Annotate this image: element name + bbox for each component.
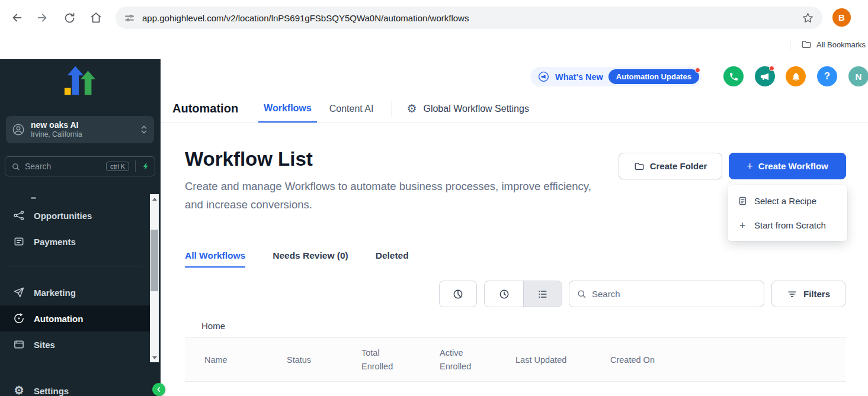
menu-item-label: Select a Recipe: [754, 196, 816, 206]
history-view-button[interactable]: [485, 281, 523, 307]
menu-item-start-from-scratch[interactable]: + Start from Scratch: [728, 213, 847, 237]
announcements-button[interactable]: [755, 66, 775, 86]
megaphone-icon: [760, 72, 770, 82]
global-workflow-settings-label: Global Workflow Settings: [423, 104, 529, 114]
search-icon: [11, 162, 20, 171]
create-workflow-button[interactable]: + Create Workflow: [729, 153, 846, 179]
forward-button[interactable]: [34, 10, 50, 25]
notification-dot: [695, 67, 700, 73]
create-folder-button[interactable]: Create Folder: [619, 153, 722, 179]
tab-content-ai[interactable]: Content AI: [324, 95, 379, 123]
list-view-button[interactable]: [523, 281, 562, 307]
filters-label: Filters: [803, 289, 830, 299]
chart-view-button[interactable]: [439, 281, 477, 307]
settings-gear-icon: ⚙: [13, 385, 25, 396]
bookmark-star-icon[interactable]: [802, 12, 814, 24]
column-header-last-updated: Last Updated: [515, 355, 610, 365]
phone-button[interactable]: [723, 66, 744, 86]
notification-dot: [769, 66, 774, 71]
scrollbar-thumb[interactable]: [150, 230, 158, 291]
plus-icon: +: [747, 161, 753, 172]
tab-all-workflows[interactable]: All Workflows: [185, 245, 245, 268]
user-avatar[interactable]: N: [848, 66, 868, 86]
phone-icon: [729, 72, 739, 82]
workflow-search[interactable]: [569, 281, 764, 307]
automation-icon: [13, 313, 25, 324]
sidebar-group-divider: [7, 266, 143, 266]
sidebar-item-sites[interactable]: Sites: [0, 331, 150, 358]
address-bar[interactable]: app.gohighlevel.com/v2/location/lnPS691g…: [116, 7, 822, 29]
list-icon: [537, 288, 549, 300]
sidebar-item-label: Automation: [34, 314, 83, 324]
chevron-left-icon: [155, 386, 162, 393]
whats-new-label: What's New: [555, 72, 603, 82]
home-button[interactable]: [88, 10, 104, 25]
workflow-search-input[interactable]: [592, 289, 757, 299]
opportunities-icon: [13, 210, 25, 221]
sidebar-search-input[interactable]: [25, 162, 101, 171]
create-workflow-label: Create Workflow: [758, 161, 828, 171]
location-name: new oaks AI: [31, 120, 134, 130]
site-settings-icon[interactable]: [124, 12, 135, 24]
sidebar-item-label: Payments: [34, 237, 76, 247]
marketing-icon: [13, 286, 25, 298]
view-toggle-group: [484, 281, 562, 307]
workflow-table: Name Status Total Enrolled Active Enroll…: [185, 337, 846, 382]
menu-item-label: Start from Scratch: [754, 220, 826, 230]
breadcrumb-home[interactable]: Home: [201, 321, 225, 331]
section-header: Automation Workflows Content AI ⚙ Global…: [172, 95, 868, 123]
sidebar-item-settings[interactable]: ⚙ Settings: [0, 378, 150, 396]
header-divider: [161, 123, 868, 123]
location-city: Irvine, California: [31, 130, 134, 139]
automation-updates-label: Automation Updates: [616, 72, 691, 81]
sidebar-item-label: Opportunities: [34, 211, 92, 221]
payments-icon: [13, 236, 25, 247]
sidebar-item-label: Sites: [34, 340, 55, 350]
question-mark-icon: ?: [824, 70, 830, 82]
gohighlevel-logo[interactable]: [62, 63, 98, 99]
global-workflow-settings-button[interactable]: ⚙ Global Workflow Settings: [406, 95, 529, 123]
sidebar-item-automation[interactable]: Automation: [0, 305, 150, 331]
url-text[interactable]: app.gohighlevel.com/v2/location/lnPS691g…: [142, 13, 795, 23]
column-header-status: Status: [287, 355, 361, 365]
account-icon: [12, 123, 25, 136]
logo-icon: [62, 63, 98, 99]
all-bookmarks-button[interactable]: All Bookmarks: [801, 39, 866, 50]
triangle-up-icon: [152, 198, 157, 201]
sidebar-item-payments[interactable]: Payments: [0, 228, 150, 255]
browser-profile-avatar[interactable]: B: [832, 8, 851, 27]
refresh-button[interactable]: [62, 10, 77, 25]
tab-deleted[interactable]: Deleted: [376, 245, 409, 268]
automation-updates-badge[interactable]: Automation Updates: [608, 69, 699, 84]
ai-spark-icon[interactable]: [142, 161, 150, 172]
tab-workflows[interactable]: Workflows: [258, 95, 317, 123]
whats-new-icon: [537, 70, 550, 83]
page-title: Workflow List: [185, 148, 313, 170]
tab-needs-review[interactable]: Needs Review (0): [273, 245, 348, 268]
search-divider: [135, 160, 136, 172]
filter-lines-icon: [787, 289, 797, 300]
location-switcher[interactable]: new oaks AI Irvine, California: [6, 116, 154, 143]
menu-item-select-recipe[interactable]: Select a Recipe: [728, 189, 847, 213]
filters-button[interactable]: Filters: [771, 281, 845, 307]
sidebar-scrollbar[interactable]: [150, 194, 159, 362]
back-button[interactable]: [9, 10, 25, 25]
collapse-sidebar-button[interactable]: [152, 383, 165, 396]
plus-icon: +: [737, 220, 748, 231]
table-header-row: Name Status Total Enrolled Active Enroll…: [185, 337, 846, 382]
sidebar-search[interactable]: ctrl K: [5, 156, 155, 176]
scroll-down-button[interactable]: [150, 353, 159, 362]
sidebar-item-opportunities[interactable]: Opportunities: [0, 202, 150, 228]
whats-new-button[interactable]: What's New Automation Updates: [530, 67, 702, 86]
sidebar-item-marketing[interactable]: Marketing: [0, 279, 150, 305]
forward-icon: [36, 11, 49, 24]
partially-scrolled-item: [31, 197, 36, 199]
page-description: Create and manage Workflows to automate …: [185, 177, 603, 214]
scroll-up-button[interactable]: [150, 194, 159, 204]
help-button[interactable]: ?: [817, 66, 837, 86]
column-header-active-enrolled: Active Enrolled: [440, 346, 515, 373]
folder-icon: [634, 161, 645, 172]
triangle-down-icon: [152, 356, 157, 359]
notifications-button[interactable]: [786, 66, 806, 86]
folder-icon: [801, 39, 812, 50]
